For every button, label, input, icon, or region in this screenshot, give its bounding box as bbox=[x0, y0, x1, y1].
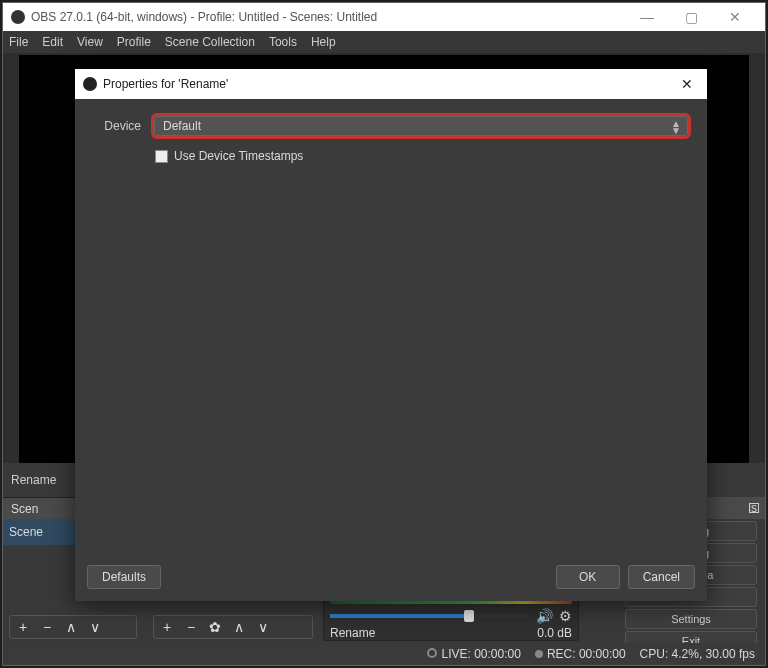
volume-slider[interactable] bbox=[330, 614, 528, 618]
menu-view[interactable]: View bbox=[77, 35, 103, 49]
dialog-titlebar: Properties for 'Rename' ✕ bbox=[75, 69, 707, 99]
device-label: Device bbox=[91, 119, 141, 133]
menu-scene-collection[interactable]: Scene Collection bbox=[165, 35, 255, 49]
use-device-timestamps-label[interactable]: Use Device Timestamps bbox=[174, 149, 303, 163]
menu-tools[interactable]: Tools bbox=[269, 35, 297, 49]
device-dropdown-highlight: Default ▲▼ bbox=[151, 113, 691, 139]
add-source-icon[interactable]: + bbox=[160, 619, 174, 635]
source-props-icon[interactable]: ✿ bbox=[208, 619, 222, 635]
dialog-logo-icon bbox=[83, 77, 97, 91]
scenes-header-text: Scen bbox=[11, 502, 38, 516]
status-cpu: CPU: 4.2%, 30.00 fps bbox=[640, 647, 755, 661]
scene-item-label: Scene bbox=[9, 525, 43, 539]
mixer-settings-icon[interactable]: ⚙ bbox=[558, 608, 572, 624]
source-up-icon[interactable]: ∧ bbox=[232, 619, 246, 635]
dialog-button-row: Defaults OK Cancel bbox=[87, 565, 695, 589]
device-dropdown[interactable]: Default ▲▼ bbox=[154, 116, 688, 136]
scene-down-icon[interactable]: ∨ bbox=[88, 619, 102, 635]
maximize-button[interactable]: ▢ bbox=[669, 9, 713, 25]
live-icon bbox=[427, 648, 437, 658]
status-rec: REC: 00:00:00 bbox=[535, 647, 626, 661]
defaults-button[interactable]: Defaults bbox=[87, 565, 161, 589]
remove-source-icon[interactable]: − bbox=[184, 619, 198, 635]
use-device-timestamps-checkbox[interactable] bbox=[155, 150, 168, 163]
device-dropdown-value: Default bbox=[163, 119, 201, 133]
sources-toolbar: + − ✿ ∧ ∨ bbox=[153, 615, 313, 639]
titlebar: OBS 27.0.1 (64-bit, windows) - Profile: … bbox=[3, 3, 765, 31]
close-button[interactable]: ✕ bbox=[713, 9, 757, 25]
mixer-channel-name: Rename bbox=[330, 626, 375, 640]
dropdown-arrows-icon: ▲▼ bbox=[671, 120, 681, 134]
speaker-icon[interactable]: 🔊 bbox=[536, 608, 550, 624]
rec-icon bbox=[535, 650, 543, 658]
source-down-icon[interactable]: ∨ bbox=[256, 619, 270, 635]
status-live: LIVE: 00:00:00 bbox=[427, 647, 520, 661]
remove-scene-icon[interactable]: − bbox=[40, 619, 54, 635]
cancel-button[interactable]: Cancel bbox=[628, 565, 695, 589]
settings-button[interactable]: Settings bbox=[625, 609, 757, 629]
minimize-button[interactable]: — bbox=[625, 9, 669, 25]
source-item-label[interactable]: Rename bbox=[11, 473, 56, 487]
dialog-close-button[interactable]: ✕ bbox=[675, 76, 699, 92]
properties-dialog: Properties for 'Rename' ✕ Device Default… bbox=[75, 69, 707, 601]
menu-file[interactable]: File bbox=[9, 35, 28, 49]
menu-bar: File Edit View Profile Scene Collection … bbox=[3, 31, 765, 53]
scenes-panel-header: Scen bbox=[3, 497, 81, 519]
scene-up-icon[interactable]: ∧ bbox=[64, 619, 78, 635]
window-title: OBS 27.0.1 (64-bit, windows) - Profile: … bbox=[31, 10, 625, 24]
mixer-db-value: 0.0 dB bbox=[537, 626, 572, 640]
ok-button[interactable]: OK bbox=[556, 565, 620, 589]
add-scene-icon[interactable]: + bbox=[16, 619, 30, 635]
status-bar: LIVE: 00:00:00 REC: 00:00:00 CPU: 4.2%, … bbox=[3, 643, 765, 665]
scenes-toolbar: + − ∧ ∨ bbox=[9, 615, 137, 639]
menu-edit[interactable]: Edit bbox=[42, 35, 63, 49]
obs-logo-icon bbox=[11, 10, 25, 24]
obs-main-window: OBS 27.0.1 (64-bit, windows) - Profile: … bbox=[2, 2, 766, 666]
scene-item[interactable]: Scene bbox=[3, 519, 81, 545]
menu-profile[interactable]: Profile bbox=[117, 35, 151, 49]
menu-help[interactable]: Help bbox=[311, 35, 336, 49]
dialog-body: Device Default ▲▼ Use Device Timestamps bbox=[75, 99, 707, 177]
popout-icon[interactable] bbox=[749, 503, 759, 513]
dialog-title: Properties for 'Rename' bbox=[103, 77, 675, 91]
